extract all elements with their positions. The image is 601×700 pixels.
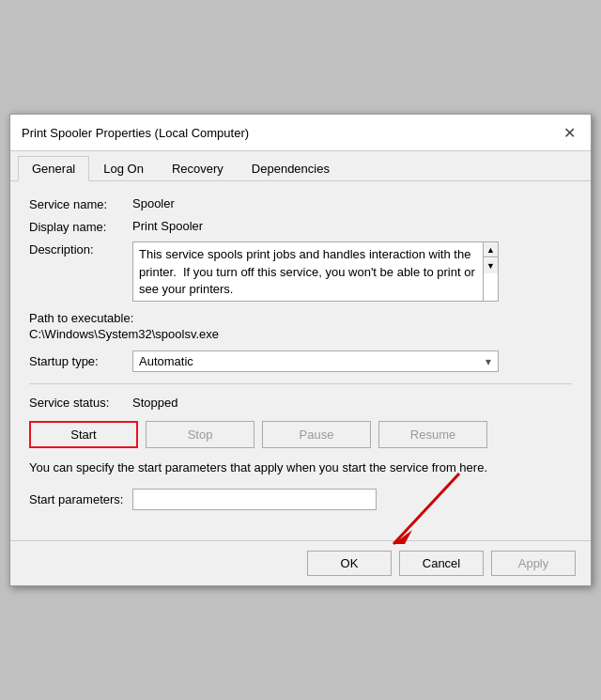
resume-button[interactable]: Resume xyxy=(378,421,487,448)
tab-bar: General Log On Recovery Dependencies xyxy=(10,151,591,181)
service-name-label: Service name: xyxy=(29,196,132,211)
startup-select-wrapper: Automatic Automatic (Delayed Start) Manu… xyxy=(132,350,499,372)
params-row: Start parameters: xyxy=(29,489,572,510)
description-textarea[interactable] xyxy=(139,246,490,306)
service-name-row: Service name: Spooler xyxy=(29,196,572,211)
close-button[interactable]: ✕ xyxy=(559,122,579,143)
path-section: Path to executable: C:\Windows\System32\… xyxy=(29,311,572,341)
pause-button[interactable]: Pause xyxy=(262,421,371,448)
svg-line-0 xyxy=(393,474,459,544)
display-name-row: Display name: Print Spooler xyxy=(29,219,572,234)
params-label: Start parameters: xyxy=(29,492,132,506)
apply-button[interactable]: Apply xyxy=(491,551,576,576)
stop-button[interactable]: Stop xyxy=(146,421,254,448)
tab-logon[interactable]: Log On xyxy=(89,156,158,181)
startup-label: Startup type: xyxy=(29,354,132,368)
hint-text: You can specify the start parameters tha… xyxy=(29,459,572,476)
tab-general[interactable]: General xyxy=(18,156,89,181)
cancel-button[interactable]: Cancel xyxy=(399,551,484,576)
startup-select[interactable]: Automatic Automatic (Delayed Start) Manu… xyxy=(132,350,499,372)
ok-button[interactable]: OK xyxy=(307,551,392,576)
tab-dependencies[interactable]: Dependencies xyxy=(238,156,344,181)
service-control-buttons: Start Stop Pause Resume xyxy=(29,421,572,448)
separator-1 xyxy=(29,383,572,384)
start-button[interactable]: Start xyxy=(29,421,138,448)
params-input[interactable] xyxy=(132,489,377,510)
scroll-up-arrow[interactable]: ▲ xyxy=(484,242,498,257)
startup-row: Startup type: Automatic Automatic (Delay… xyxy=(29,350,572,372)
red-arrow-indicator xyxy=(365,469,478,553)
description-scrollbar: ▲ ▼ xyxy=(483,242,498,301)
description-row: Description: ▲ ▼ xyxy=(29,241,572,302)
bottom-button-bar: OK Cancel Apply xyxy=(10,540,591,585)
display-name-label: Display name: xyxy=(29,219,132,234)
title-bar: Print Spooler Properties (Local Computer… xyxy=(10,115,591,151)
display-name-value: Print Spooler xyxy=(132,219,203,233)
service-name-value: Spooler xyxy=(132,196,175,210)
dialog-window: Print Spooler Properties (Local Computer… xyxy=(9,114,592,585)
scroll-down-arrow[interactable]: ▼ xyxy=(484,258,498,273)
path-value: C:\Windows\System32\spoolsv.exe xyxy=(29,327,572,341)
status-value: Stopped xyxy=(132,396,177,410)
dialog-title: Print Spooler Properties (Local Computer… xyxy=(22,126,249,140)
status-label: Service status: xyxy=(29,396,132,410)
tab-recovery[interactable]: Recovery xyxy=(158,156,238,181)
description-box: ▲ ▼ xyxy=(132,241,499,302)
path-label: Path to executable: xyxy=(29,311,572,325)
description-label: Description: xyxy=(29,241,132,257)
content-area: Service name: Spooler Display name: Prin… xyxy=(10,181,591,539)
status-row: Service status: Stopped xyxy=(29,396,572,410)
